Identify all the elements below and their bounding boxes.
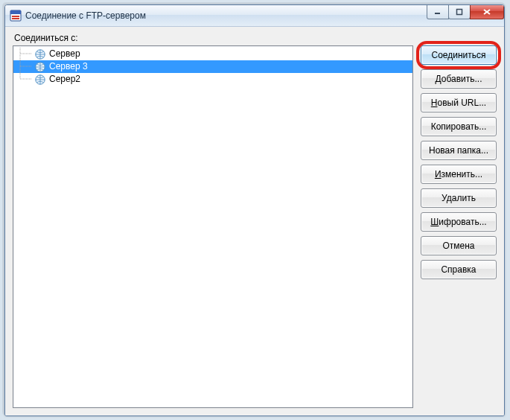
ftp-connect-dialog: Соединение с FTP-сервером Соединиться с: [4, 4, 505, 416]
button-label: Соединиться [431, 50, 485, 60]
server-tree[interactable]: Сервер Сервер 3 [13, 45, 413, 408]
svg-rect-2 [12, 16, 19, 17]
tree-root: Сервер Сервер 3 [13, 46, 412, 87]
button-label: Шифровать... [430, 217, 486, 227]
button-column: Соединиться Добавить... Новый URL... Коп… [421, 45, 497, 408]
tree-item-label: Сервер [48, 48, 82, 60]
connect-to-label: Соединиться с: [13, 33, 497, 43]
svg-rect-3 [12, 18, 19, 19]
delete-button[interactable]: Удалить [421, 188, 497, 208]
tree-item-label: Серер2 [48, 73, 82, 86]
button-label: Изменить... [435, 169, 482, 179]
button-label: Новая папка... [429, 145, 488, 156]
add-button[interactable]: Добавить... [421, 69, 497, 89]
cancel-button[interactable]: Отмена [421, 236, 497, 255]
server-icon [34, 74, 46, 86]
button-label: Отмена [442, 241, 474, 251]
window-title: Соединение с FTP-сервером [25, 10, 146, 21]
new-folder-button[interactable]: Новая папка... [421, 141, 497, 160]
edit-button[interactable]: Изменить... [421, 165, 497, 184]
server-icon [34, 48, 46, 60]
tree-item-label: Сервер 3 [48, 60, 89, 73]
tree-item[interactable]: Серер2 [13, 73, 412, 86]
button-label: Справка [441, 264, 476, 275]
button-label: Новый URL... [431, 98, 486, 108]
server-icon [34, 61, 46, 73]
connect-button[interactable]: Соединиться [421, 45, 497, 65]
button-label: Копировать... [431, 121, 487, 132]
copy-button[interactable]: Копировать... [421, 117, 497, 136]
encrypt-button[interactable]: Шифровать... [421, 212, 497, 232]
tree-item[interactable]: Сервер [13, 48, 412, 60]
maximize-button[interactable] [448, 4, 471, 19]
svg-rect-5 [457, 9, 462, 14]
button-label: Добавить... [435, 74, 482, 84]
svg-rect-1 [10, 10, 21, 14]
help-button[interactable]: Справка [421, 260, 497, 279]
client-area: Соединиться с: [5, 27, 504, 416]
tree-item-selected[interactable]: Сервер 3 [13, 60, 412, 73]
minimize-button[interactable] [427, 4, 449, 19]
window-controls [427, 4, 504, 19]
close-button[interactable] [470, 4, 504, 19]
new-url-button[interactable]: Новый URL... [421, 93, 497, 112]
app-icon [10, 10, 22, 22]
button-label: Удалить [442, 193, 476, 203]
titlebar[interactable]: Соединение с FTP-сервером [5, 5, 504, 27]
